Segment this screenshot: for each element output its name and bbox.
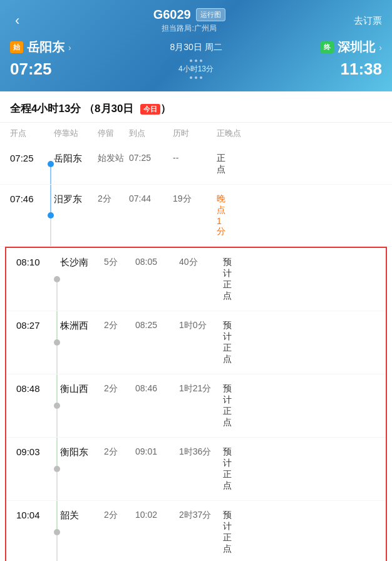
stops-container: 07:25岳阳东始发站07:25--正点07:46汨罗东2分07:4419分晚点…	[0, 144, 392, 561]
arrive-time: 11:38	[341, 59, 383, 79]
back-button[interactable]: ‹	[10, 10, 24, 31]
today-badge: 今日	[140, 104, 160, 115]
dest-name: 深圳北	[338, 39, 375, 56]
stop-row: 08:10长沙南5分08:0540分预计正点	[6, 248, 386, 311]
header: ‹ G6029 运行图 担当路局:广州局 去订票 始 岳阳东 › 8月30日 周…	[0, 0, 392, 91]
stop-row: 09:03衡阳东2分09:011时36分预计正点	[6, 438, 386, 501]
summary-bar: 全程4小时13分 （8月30日 今日）	[0, 91, 392, 123]
origin-tag: 始	[10, 41, 23, 53]
stop-row: 08:27株洲西2分08:251时0分预计正点	[6, 311, 386, 374]
travel-date: 8月30日 周二	[170, 42, 222, 53]
depart-time: 07:25	[10, 59, 52, 79]
origin-arrow[interactable]: ›	[68, 43, 71, 53]
stop-row: 07:46汨罗东2分07:4419分晚点1分	[0, 185, 392, 247]
train-badge[interactable]: 运行图	[196, 8, 225, 21]
forecast-section: 08:10长沙南5分08:0540分预计正点08:27株洲西2分08:251时0…	[5, 247, 387, 561]
train-number: G6029	[153, 8, 191, 22]
dest-tag: 终	[321, 41, 334, 53]
table-header: 开点 停靠站 停留 到点 历时 正晚点	[0, 123, 392, 144]
train-sub: 担当路局:广州局	[162, 23, 216, 34]
book-button[interactable]: 去订票	[354, 15, 382, 27]
stop-row: 07:25岳阳东始发站07:25--正点	[0, 144, 392, 185]
dest-arrow[interactable]: ›	[379, 43, 382, 53]
stop-row: 10:04韶关2分10:022时37分预计正点	[6, 501, 386, 561]
summary-text: 全程4小时13分 （8月30日 今日）	[10, 103, 171, 115]
content: 全程4小时13分 （8月30日 今日） 开点 停靠站 停留 到点 历时 正晚点 …	[0, 91, 392, 561]
stop-row: 08:48衡山西2分08:461时21分预计正点	[6, 374, 386, 438]
origin-name: 岳阳东	[27, 39, 64, 56]
duration-label: 4小时13分	[178, 64, 214, 75]
